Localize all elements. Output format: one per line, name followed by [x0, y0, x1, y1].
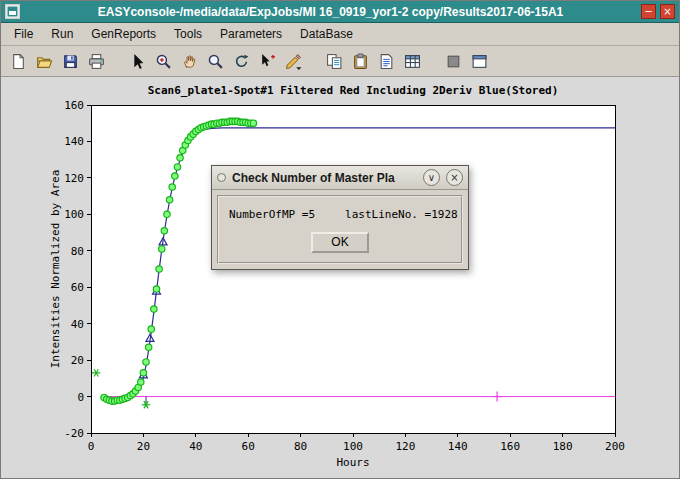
dialog-window-icon — [217, 173, 226, 182]
app-window: { "window": { "title": "EASYconsole-/med… — [0, 0, 680, 479]
table-icon[interactable] — [400, 49, 424, 73]
print-icon[interactable] — [84, 49, 108, 73]
stop-icon[interactable] — [441, 49, 465, 73]
select-arrow-icon[interactable] — [125, 49, 149, 73]
toolbar-separator — [307, 49, 320, 73]
svg-text:140: 140 — [64, 135, 84, 148]
dialog-message: NumberOfMP =5 lastLineNo. =1928 — [229, 208, 451, 221]
svg-text:120: 120 — [395, 440, 415, 453]
svg-text:160: 160 — [500, 440, 520, 453]
toolbar-separator — [110, 49, 123, 73]
svg-text:100: 100 — [343, 440, 363, 453]
svg-text:60: 60 — [242, 440, 255, 453]
svg-text:Hours: Hours — [336, 456, 369, 469]
close-button[interactable]: × — [660, 4, 675, 19]
dialog-shade-button[interactable]: ∨ — [423, 169, 440, 186]
document-icon[interactable] — [374, 49, 398, 73]
rotate-icon[interactable] — [229, 49, 253, 73]
crosshair-pointer-icon[interactable] — [255, 49, 279, 73]
svg-text:80: 80 — [294, 440, 307, 453]
zoom-in-icon[interactable] — [151, 49, 175, 73]
svg-text:Scan6_plate1-Spot#1 Filtered R: Scan6_plate1-Spot#1 Filtered Red Includi… — [148, 84, 559, 97]
svg-text:-20: -20 — [64, 427, 84, 440]
copy-icon[interactable] — [322, 49, 346, 73]
svg-text:200: 200 — [605, 440, 625, 453]
dialog-body: NumberOfMP =5 lastLineNo. =1928 OK — [217, 195, 463, 264]
dialog-title: Check Number of Master Pla — [232, 171, 417, 185]
window-title: EASYconsole-/media/data/ExpJobs/MI 16_09… — [24, 5, 637, 19]
svg-text:160: 160 — [64, 99, 84, 112]
menu-parameters[interactable]: Parameters — [211, 24, 291, 44]
dialog-check-number-of-master-plates: Check Number of Master Pla ∨ × NumberOfM… — [211, 165, 469, 270]
menubar: FileRunGenReportsToolsParametersDataBase — [1, 23, 679, 46]
dialog-message-numberofmp: NumberOfMP =5 — [229, 208, 315, 221]
dialog-titlebar[interactable]: Check Number of Master Pla ∨ × — [212, 166, 468, 190]
dialog-close-button[interactable]: × — [446, 169, 463, 186]
app-icon — [5, 4, 20, 19]
dialog-ok-row: OK — [229, 232, 451, 253]
clipboard-icon[interactable] — [348, 49, 372, 73]
titlebar: EASYconsole-/media/data/ExpJobs/MI 16_09… — [1, 1, 679, 23]
minimize-button[interactable]: ─ — [641, 4, 656, 19]
dialog-message-lastlineno: lastLineNo. =1928 — [345, 208, 458, 221]
toolbar-separator — [426, 49, 439, 73]
window-icon[interactable] — [467, 49, 491, 73]
menu-database[interactable]: DataBase — [291, 24, 362, 44]
svg-text:40: 40 — [71, 318, 84, 331]
zoom-area-icon[interactable] — [203, 49, 227, 73]
svg-text:120: 120 — [64, 172, 84, 185]
pen-dropdown-icon[interactable] — [281, 49, 305, 73]
dialog-ok-button[interactable]: OK — [311, 232, 369, 253]
toolbar — [1, 46, 679, 77]
save-icon[interactable] — [58, 49, 82, 73]
svg-text:20: 20 — [137, 440, 150, 453]
svg-text:180: 180 — [553, 440, 573, 453]
menu-file[interactable]: File — [5, 24, 42, 44]
menu-genreports[interactable]: GenReports — [82, 24, 165, 44]
svg-text:140: 140 — [448, 440, 468, 453]
figure-area: Scan6_plate1-Spot#1 Filtered Red Includi… — [1, 77, 680, 479]
chart-canvas[interactable]: Scan6_plate1-Spot#1 Filtered Red Includi… — [1, 77, 680, 479]
svg-text:Intensities Normalized by Area: Intensities Normalized by Area — [49, 170, 62, 369]
svg-text:60: 60 — [71, 281, 84, 294]
menu-run[interactable]: Run — [42, 24, 82, 44]
svg-text:20: 20 — [71, 354, 84, 367]
new-file-icon[interactable] — [6, 49, 30, 73]
menu-tools[interactable]: Tools — [165, 24, 211, 44]
open-folder-icon[interactable] — [32, 49, 56, 73]
svg-text:100: 100 — [64, 208, 84, 221]
svg-text:80: 80 — [71, 245, 84, 258]
svg-text:0: 0 — [88, 440, 95, 453]
pan-hand-icon[interactable] — [177, 49, 201, 73]
svg-text:0: 0 — [77, 391, 84, 404]
svg-text:40: 40 — [189, 440, 202, 453]
